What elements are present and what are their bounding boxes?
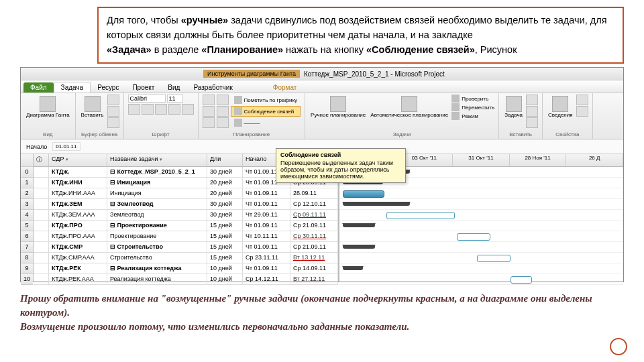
row-header[interactable]: 5 [21,221,33,231]
cell[interactable] [34,210,49,220]
tab-project[interactable]: Проект [125,82,161,93]
p-btn[interactable] [203,95,215,105]
cell[interactable] [34,274,49,284]
tab-task[interactable]: Задача [54,82,91,93]
table-row[interactable]: КТДж.ИНИ.АААИнициация20 днейЧт 01.09.112… [34,188,338,199]
move-button[interactable]: Переместить [451,103,494,111]
cell[interactable]: КТДж.ИНИ.ААА [49,188,107,198]
info-button[interactable]: Сведения [547,95,574,120]
row-header[interactable]: 0 [21,167,33,178]
gantt-button[interactable]: Диаграмма Ганта [25,95,71,120]
cell[interactable]: ⊟ Проектирование [107,221,207,231]
cell[interactable]: КТДж.ЗЕМ [49,199,107,209]
tab-format[interactable]: Формат [266,82,304,93]
gantt-bar[interactable] [477,255,511,262]
cell[interactable]: Ср 12.10.11 [290,199,338,209]
ins-btn[interactable] [526,117,538,128]
row-header[interactable]: 1 [21,178,33,188]
gantt-bar[interactable] [343,202,410,206]
font-size-select[interactable]: 11 [167,95,183,103]
gantt-bar[interactable] [343,266,363,270]
table-row[interactable]: КТДж.ЗЕМ.АААЗемлеотвод30 днейЧт 29.09.11… [34,210,338,221]
row-header[interactable]: 10 [21,274,33,285]
cell[interactable]: Ср 14.09.11 [290,263,338,274]
col-wbs[interactable]: СДР ▾ [49,154,107,166]
cell[interactable]: Ср 21.09.11 [290,242,338,252]
cell[interactable]: Чт 10.11.11 [243,231,290,241]
cell[interactable] [34,188,49,198]
cell[interactable]: Инициация [107,188,207,198]
cell[interactable]: Чт 01.09.11 [243,263,290,274]
cut-button[interactable] [107,95,119,105]
tab-file[interactable]: Файл [23,82,54,93]
copy-button[interactable] [107,106,119,117]
font-name-select[interactable]: Calibri [128,95,166,103]
table-row[interactable]: КТДж.ПРО⊟ Проектирование15 днейЧт 01.09.… [34,221,338,231]
cell[interactable] [34,221,49,231]
cell[interactable]: ⊟ Строительство [107,242,207,252]
cell[interactable] [34,242,49,252]
table-row[interactable]: КТДж.ПРО.АААПроектирование15 днейЧт 10.1… [34,231,338,242]
cell[interactable]: Строительство [107,253,207,263]
cell[interactable]: КТДж.ЗЕМ.ААА [49,210,107,220]
cell[interactable]: 30 дней [207,210,243,220]
cell[interactable]: КТДж.СМР.ААА [49,253,107,263]
cell[interactable]: 10 дней [207,263,243,274]
gantt-bar[interactable] [511,276,532,284]
cell[interactable] [34,253,49,263]
cell[interactable]: 15 дней [207,221,243,231]
cell[interactable]: Ср 21.09.11 [290,221,338,231]
cell[interactable]: 15 дней [207,231,243,241]
tab-view[interactable]: Вид [161,82,186,93]
cell[interactable] [34,167,49,177]
table-row[interactable]: КТДж.СМР⊟ Строительство15 днейЧт 01.09.1… [34,242,338,253]
gantt-bar[interactable] [343,190,384,198]
row-header[interactable]: 9 [21,263,33,274]
mode-button[interactable]: Режим [451,112,494,120]
ins-btn[interactable] [526,106,538,117]
row-header[interactable]: 6 [21,231,33,242]
cell[interactable]: Землеотвод [107,210,207,220]
italic-button[interactable] [142,104,154,115]
cell[interactable]: КТДж.СМР [49,242,107,252]
col-info[interactable]: ⓘ [34,154,49,166]
cell[interactable] [34,199,49,209]
cell[interactable]: ⊟ Коттедж_MSP_2010_5_2_1 [107,167,207,177]
mark-on-track-button[interactable]: Пометить по графику [231,95,301,105]
ins-btn[interactable] [526,95,538,105]
cell[interactable]: Ср 14.12.11 [243,274,290,284]
cell[interactable]: Чт 29.09.11 [243,210,290,220]
respect-links-button[interactable]: Соблюдение связей [231,106,301,117]
row-header[interactable]: 7 [21,242,33,253]
cell[interactable]: Ср 09.11.11 [290,210,338,220]
bold-button[interactable] [128,104,140,115]
cell[interactable]: КТДж.ПРО [49,221,107,231]
auto-schedule-button[interactable]: Автоматическое планирование [369,95,449,120]
gantt-bar[interactable] [343,245,375,249]
p-btn[interactable] [203,106,215,117]
inspect-button[interactable]: Проверить [451,95,494,103]
gantt-bar[interactable] [457,233,490,241]
cell[interactable]: Реализация коттеджа [107,274,207,284]
table-row[interactable]: КТДж.РЕК⊟ Реализация коттеджа10 днейЧт 0… [34,263,338,274]
cell[interactable]: Проектирование [107,231,207,241]
prop-btn[interactable] [576,106,588,117]
row-header[interactable]: 8 [21,253,33,263]
row-header[interactable]: 2 [21,188,33,199]
p-btn[interactable] [217,95,229,105]
gantt-bar[interactable] [343,223,375,227]
cell[interactable]: Чт 01.09.11 [243,199,290,209]
tab-developer[interactable]: Разработчик [186,82,239,93]
cell[interactable]: КТДж.РЕК [49,263,107,274]
cell[interactable]: ⊟ Реализация коттеджа [107,263,207,274]
cell[interactable]: 28.09.11 [290,188,338,198]
cell[interactable]: Вт 27.12.11 [290,274,338,284]
cell[interactable]: 15 дней [207,253,243,263]
underline-button[interactable] [155,104,167,115]
col-name[interactable]: Название задачи ▾ [107,154,207,166]
p-btn[interactable] [217,106,229,117]
row-header[interactable]: 3 [21,199,33,210]
cell[interactable]: Чт 01.09.11 [243,188,290,198]
cell[interactable]: КТДж.ПРО.ААА [49,231,107,241]
row-header[interactable]: 4 [21,210,33,221]
